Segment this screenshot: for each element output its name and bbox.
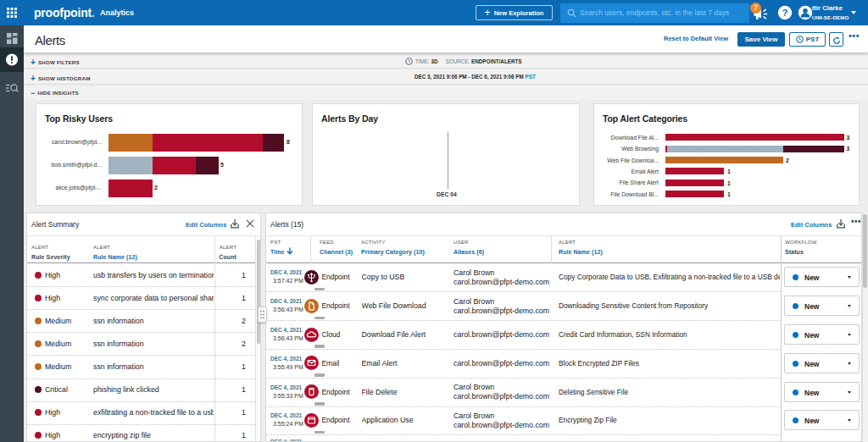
- svg-text:?: ?: [782, 8, 788, 18]
